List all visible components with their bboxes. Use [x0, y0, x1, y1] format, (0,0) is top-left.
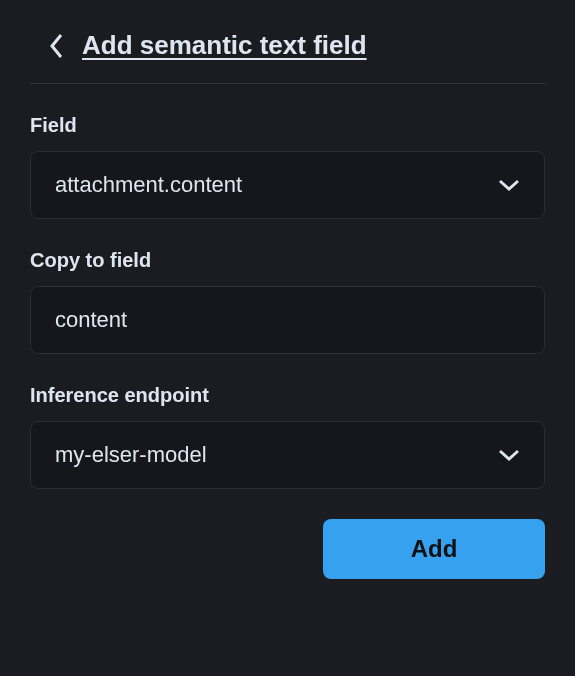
copy-to-field-group: Copy to field	[30, 249, 545, 354]
inference-endpoint-value: my-elser-model	[55, 442, 207, 468]
back-icon[interactable]	[48, 32, 66, 60]
page-header: Add semantic text field	[30, 30, 545, 84]
inference-endpoint-select[interactable]: my-elser-model	[30, 421, 545, 489]
field-select-value: attachment.content	[55, 172, 242, 198]
inference-endpoint-group: Inference endpoint my-elser-model	[30, 384, 545, 489]
field-select[interactable]: attachment.content	[30, 151, 545, 219]
field-group: Field attachment.content	[30, 114, 545, 219]
field-label: Field	[30, 114, 545, 137]
chevron-down-icon	[498, 178, 520, 192]
copy-to-field-input[interactable]	[30, 286, 545, 354]
chevron-down-icon	[498, 448, 520, 462]
button-row: Add	[30, 519, 545, 579]
inference-endpoint-label: Inference endpoint	[30, 384, 545, 407]
page-title: Add semantic text field	[82, 30, 367, 61]
add-button[interactable]: Add	[323, 519, 545, 579]
copy-to-field-label: Copy to field	[30, 249, 545, 272]
